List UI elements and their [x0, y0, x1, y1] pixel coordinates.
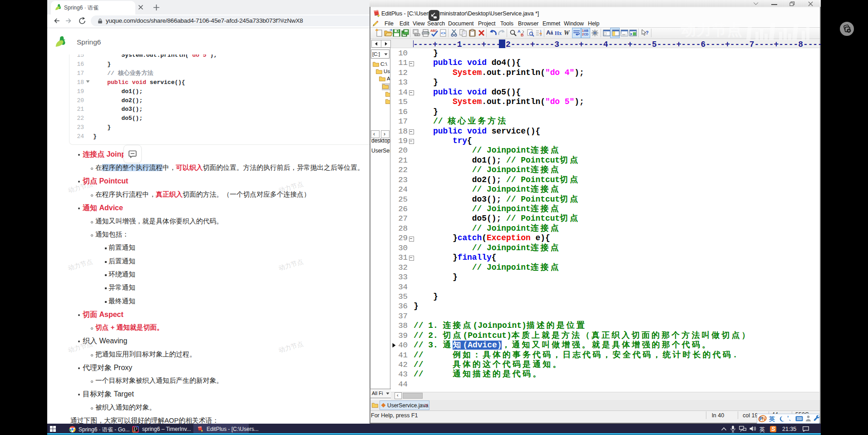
svg-text:N: N — [762, 416, 766, 421]
svg-text:1: 1 — [540, 30, 542, 33]
svg-text:B: B — [521, 33, 524, 37]
svg-text:A: A — [518, 29, 521, 34]
svg-text:<>: <> — [441, 31, 446, 35]
svg-text:?: ? — [646, 30, 649, 35]
